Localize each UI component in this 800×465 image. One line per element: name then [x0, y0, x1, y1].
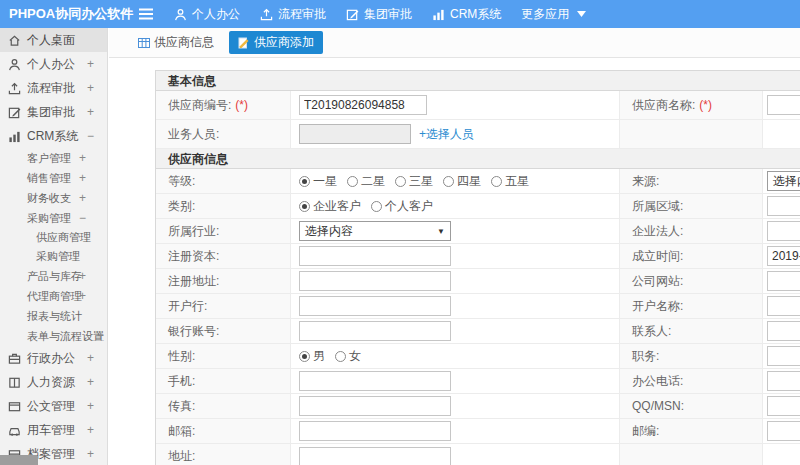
- sidebar-item-personal-desktop[interactable]: 个人桌面: [0, 28, 107, 52]
- industry-select[interactable]: 选择内容▼: [299, 221, 451, 241]
- nav-item-group-approval[interactable]: 集团审批: [346, 6, 412, 23]
- sidebar-item-administrative-office[interactable]: 行政办公+: [0, 346, 107, 370]
- sidebar-item-label: 报表与统计: [27, 309, 82, 324]
- sidebar-item-customer-management[interactable]: 客户管理+: [0, 148, 107, 168]
- contact-person-field[interactable]: [767, 321, 800, 341]
- email-field[interactable]: [299, 421, 451, 441]
- sidebar-item-label: 财务收支: [27, 191, 71, 206]
- field-cell: [291, 444, 620, 465]
- sidebar-item-document-management[interactable]: 公文管理+: [0, 394, 107, 418]
- source-select[interactable]: 选择内容▼: [767, 171, 800, 191]
- menu-toggle-icon[interactable]: [138, 7, 154, 21]
- sidebar-item-product-inventory[interactable]: 产品与库存+: [0, 266, 107, 286]
- choose-personnel-link[interactable]: +选择人员: [419, 126, 474, 143]
- sidebar-item-finance-income-expense[interactable]: 财务收支+: [0, 188, 107, 208]
- legal-person-field[interactable]: [767, 221, 800, 241]
- section-title: 基本信息: [156, 71, 800, 91]
- fax-field[interactable]: [299, 396, 451, 416]
- field-cell: [763, 244, 800, 268]
- field-label: 联系人:: [620, 319, 763, 343]
- category-option[interactable]: 企业客户: [299, 198, 361, 215]
- nav-item-workflow-approval[interactable]: 流程审批: [260, 6, 326, 23]
- expander-icon[interactable]: +: [87, 423, 94, 437]
- position-field[interactable]: [767, 346, 800, 366]
- supplier-name-field[interactable]: [767, 95, 800, 115]
- field-cell: [763, 219, 800, 243]
- gender-option[interactable]: 女: [335, 348, 361, 365]
- sidebar-item-vehicle-management[interactable]: 用车管理+: [0, 418, 107, 442]
- postal-code-field[interactable]: [767, 421, 800, 441]
- gender-option[interactable]: 男: [299, 348, 325, 365]
- expander-icon[interactable]: +: [87, 399, 94, 413]
- field-label-text: 性别:: [168, 348, 195, 365]
- sidebar-item-purchase-management[interactable]: 采购管理−: [0, 208, 107, 228]
- expander-icon[interactable]: −: [87, 129, 94, 143]
- sidebar-item-crm-system[interactable]: CRM系统−: [0, 124, 107, 148]
- sidebar-item-procurement-management[interactable]: 采购管理: [0, 247, 107, 266]
- nav-item-personal-office[interactable]: 个人办公: [174, 6, 240, 23]
- tab-supplier-info[interactable]: 供应商信息: [132, 31, 220, 54]
- field-cell: [763, 394, 800, 418]
- company-website-field[interactable]: [767, 271, 800, 291]
- level-option[interactable]: 四星: [443, 173, 481, 190]
- sidebar-item-personal-office[interactable]: 个人办公+: [0, 52, 107, 76]
- business-personnel-field[interactable]: [299, 124, 411, 144]
- account-name-field[interactable]: [767, 296, 800, 316]
- radio-label: 三星: [409, 173, 433, 190]
- established-time-field[interactable]: [767, 246, 800, 266]
- sidebar-item-reports-statistics[interactable]: 报表与统计: [0, 306, 107, 326]
- address-field[interactable]: [299, 447, 451, 465]
- select-value: 选择内容: [773, 173, 800, 190]
- field-label-text: 联系人:: [632, 323, 671, 340]
- field-label-text: 注册资本:: [168, 248, 219, 265]
- sidebar-item-label: 人力资源: [27, 374, 75, 391]
- expander-icon[interactable]: +: [79, 151, 86, 165]
- expander-icon[interactable]: +: [87, 105, 94, 119]
- expander-icon[interactable]: +: [79, 289, 86, 303]
- form-row: 注册地址:公司网站:: [156, 269, 800, 294]
- level-option[interactable]: 五星: [491, 173, 529, 190]
- expander-icon[interactable]: +: [87, 57, 94, 71]
- expander-icon[interactable]: +: [87, 81, 94, 95]
- sidebar-item-label: 供应商管理: [36, 230, 91, 245]
- expander-icon[interactable]: +: [87, 447, 94, 461]
- supplier-code-field[interactable]: [299, 95, 427, 115]
- sidebar-item-agent-management[interactable]: 代理商管理+: [0, 286, 107, 306]
- field-label: 银行账号:: [156, 319, 291, 343]
- office-phone-field[interactable]: [767, 371, 800, 391]
- sidebar-item-workflow-approval[interactable]: 流程审批+: [0, 76, 107, 100]
- level-option[interactable]: 一星: [299, 173, 337, 190]
- select-value: 选择内容: [305, 223, 353, 240]
- sidebar-item-group-approval[interactable]: 集团审批+: [0, 100, 107, 124]
- expander-icon[interactable]: +: [79, 171, 86, 185]
- registered-address-field[interactable]: [299, 271, 451, 291]
- tab-supplier-add[interactable]: 供应商添加: [229, 31, 323, 54]
- sidebar-item-sales-management[interactable]: 销售管理+: [0, 168, 107, 188]
- radio-label: 个人客户: [385, 198, 433, 215]
- sidebar-item-supplier-management[interactable]: 供应商管理: [0, 228, 107, 247]
- bank-branch-field[interactable]: [299, 296, 451, 316]
- expander-icon[interactable]: +: [87, 351, 94, 365]
- nav-item-crm-system[interactable]: CRM系统: [432, 6, 501, 23]
- field-label-text: QQ/MSN:: [632, 399, 684, 413]
- field-label: 公司网站:: [620, 269, 763, 293]
- region-field[interactable]: [767, 196, 800, 216]
- sidebar-item-human-resources[interactable]: 人力资源+: [0, 370, 107, 394]
- level-option[interactable]: 三星: [395, 173, 433, 190]
- category-option[interactable]: 个人客户: [371, 198, 433, 215]
- expander-icon[interactable]: −: [79, 211, 86, 225]
- category-radio-group: 企业客户个人客户: [299, 198, 443, 215]
- level-option[interactable]: 二星: [347, 173, 385, 190]
- qq-msn-field[interactable]: [767, 396, 800, 416]
- bank-account-field[interactable]: [299, 321, 451, 341]
- expander-icon[interactable]: +: [79, 191, 86, 205]
- nav-item-more-apps[interactable]: 更多应用: [521, 6, 586, 23]
- sidebar-item-form-workflow-settings[interactable]: 表单与流程设置+: [0, 326, 107, 346]
- expander-icon[interactable]: +: [79, 269, 86, 283]
- registered-capital-field[interactable]: [299, 246, 451, 266]
- sidebar-item-label: 公文管理: [27, 398, 75, 415]
- field-cell: [763, 294, 800, 318]
- mobile-field[interactable]: [299, 371, 451, 391]
- expander-icon[interactable]: +: [97, 329, 104, 343]
- expander-icon[interactable]: +: [87, 375, 94, 389]
